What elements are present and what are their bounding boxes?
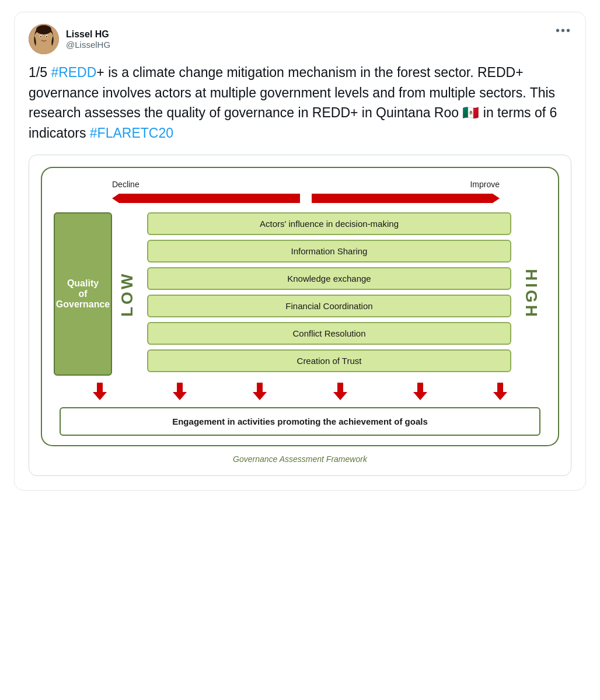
quality-box: QualityofGovernance	[54, 212, 112, 376]
tweet-card: Lissel HG @LisselHG ••• 1/5 #REDD+ is a …	[14, 12, 586, 491]
avatar	[29, 24, 59, 54]
indicator-1: Actors' influence in decision-making	[147, 212, 511, 235]
hashtag-flaretc20[interactable]: #FLARETC20	[90, 125, 173, 141]
down-arrow-1	[93, 383, 107, 400]
svg-point-3	[36, 25, 51, 34]
svg-point-6	[40, 36, 41, 37]
bottom-text: Engagement in activities promoting the a…	[172, 416, 428, 426]
low-label: LOW	[112, 212, 142, 376]
indicator-2: Information Sharing	[147, 240, 511, 262]
user-info: Lissel HG @LisselHG	[66, 29, 110, 50]
top-labels: Decline Improve	[54, 180, 546, 189]
down-arrow-2	[173, 383, 187, 400]
indicator-4: Financial Coordination	[147, 295, 511, 317]
quality-label: QualityofGovernance	[56, 278, 110, 310]
hashtag-redd[interactable]: #REDD	[51, 65, 96, 80]
down-arrow-4	[333, 383, 347, 400]
down-arrows-row	[60, 376, 540, 407]
svg-point-7	[46, 36, 47, 37]
user-handle: @LisselHG	[66, 40, 110, 50]
decline-label: Decline	[112, 180, 139, 189]
right-arrow	[312, 194, 500, 203]
left-arrow	[112, 194, 300, 203]
tweet-header: Lissel HG @LisselHG •••	[29, 24, 571, 54]
improve-label: Improve	[470, 180, 500, 189]
indicator-5: Conflict Resolution	[147, 322, 511, 345]
high-label: HIGH	[516, 212, 546, 376]
user-name: Lissel HG	[66, 29, 110, 40]
tweet-text: 1/5 #REDD+ is a climate change mitigatio…	[29, 62, 571, 143]
indicator-6: Creation of Trust	[147, 349, 511, 372]
indicators-column: Actors' influence in decision-making Inf…	[142, 212, 516, 376]
diagram-wrapper: Decline Improve QualityofGovernance LOW	[41, 167, 559, 446]
diagram-main: QualityofGovernance LOW Actors' influenc…	[54, 212, 546, 376]
indicator-3: Knowledge exchange	[147, 267, 511, 290]
arrows-row	[54, 194, 546, 203]
more-options-button[interactable]: •••	[556, 24, 571, 37]
bottom-box: Engagement in activities promoting the a…	[60, 407, 540, 436]
diagram-caption: Governance Assessment Framework	[41, 454, 559, 464]
down-arrow-3	[253, 383, 267, 400]
down-arrow-6	[493, 383, 507, 400]
diagram-container: Decline Improve QualityofGovernance LOW	[29, 155, 571, 476]
down-arrow-5	[413, 383, 427, 400]
